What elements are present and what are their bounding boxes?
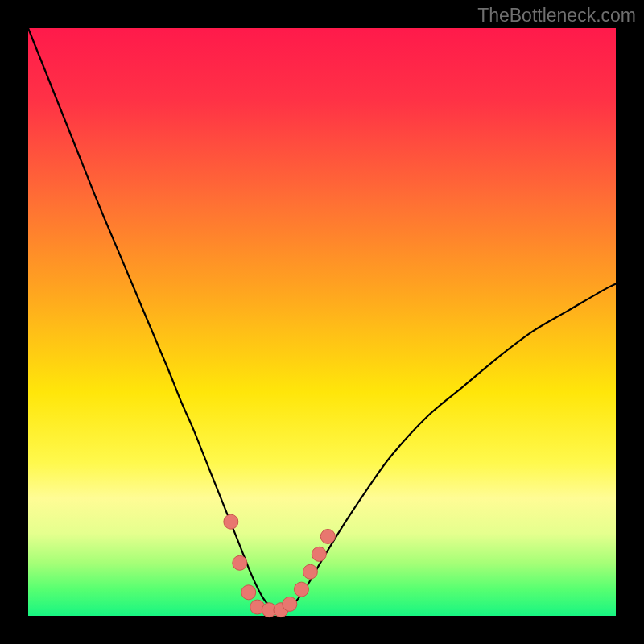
curve-marker — [320, 529, 335, 543]
curve-marker — [242, 585, 256, 600]
curve-marker — [224, 514, 238, 529]
curve-marker — [233, 555, 247, 570]
bottleneck-curve — [28, 28, 616, 612]
curve-marker — [312, 547, 326, 561]
curve-marker — [294, 582, 308, 597]
curve-marker — [283, 597, 297, 611]
plot-area — [28, 28, 616, 616]
curve-marker — [303, 564, 317, 579]
chart-frame: TheBottleneck.com — [0, 0, 644, 644]
watermark-text: TheBottleneck.com — [477, 5, 636, 27]
chart-svg — [28, 28, 616, 616]
